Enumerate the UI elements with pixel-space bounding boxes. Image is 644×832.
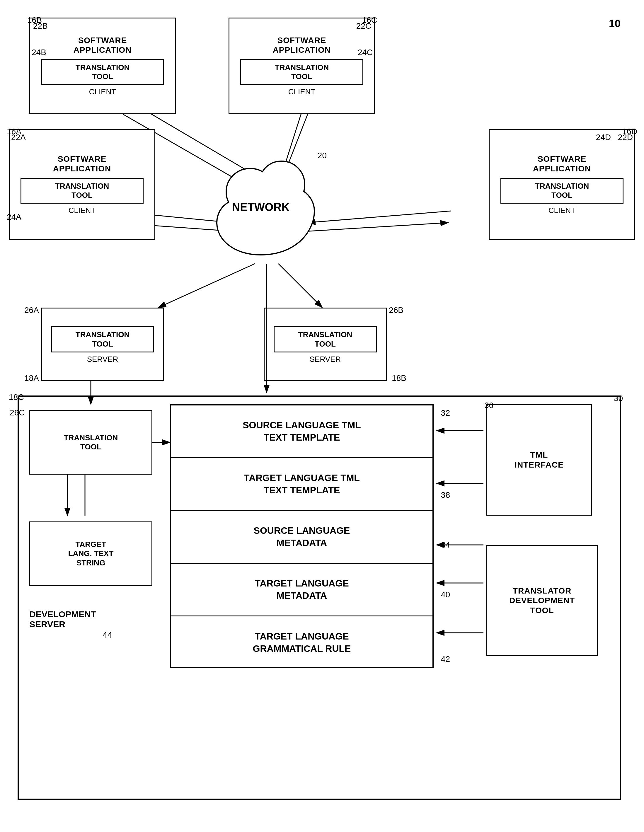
dev-translation-tool: 26C TRANSLATIONTOOL bbox=[29, 410, 152, 475]
main-content-box: SOURCE LANGUAGE TMLTEXT TEMPLATE 32 TARG… bbox=[170, 404, 434, 668]
ref-24c: 24C bbox=[358, 48, 373, 57]
ref-22a: 22A bbox=[11, 133, 26, 142]
row-target-tml: TARGET LANGUAGE TMLTEXT TEMPLATE bbox=[171, 458, 433, 511]
row-target-tml-label: TARGET LANGUAGE TMLTEXT TEMPLATE bbox=[244, 472, 360, 496]
row-target-grammatical: TARGET LANGUAGEGRAMMATICAL RULE bbox=[171, 616, 433, 669]
tml-interface: 36 TMLINTERFACE bbox=[486, 404, 592, 515]
tml-arrows bbox=[434, 404, 486, 522]
row-source-metadata: SOURCE LANGUAGEMETADATA bbox=[171, 511, 433, 564]
row-source-tml-label: SOURCE LANGUAGE TMLTEXT TEMPLATE bbox=[243, 419, 361, 443]
ref-26a: 26A bbox=[24, 306, 39, 315]
ref-26c: 26C bbox=[10, 408, 25, 418]
server-right-inner: TRANSLATIONTOOL bbox=[274, 326, 377, 352]
client-tr-app-label: SOFTWAREAPPLICATION bbox=[273, 35, 331, 55]
client-ml-tool-label: TRANSLATIONTOOL bbox=[24, 182, 140, 200]
server-right-label: SERVER bbox=[310, 355, 341, 364]
client-tr-label: CLIENT bbox=[288, 87, 315, 96]
client-ml-app-label: SOFTWAREAPPLICATION bbox=[53, 154, 111, 174]
dev-tool-label: TRANSLATIONTOOL bbox=[64, 433, 118, 451]
server-right: 26B 18B TRANSLATIONTOOL SERVER bbox=[264, 307, 387, 381]
client-ml-inner: TRANSLATIONTOOL bbox=[21, 178, 144, 203]
cloud-svg: NETWORK bbox=[199, 155, 322, 267]
row-target-metadata: TARGET LANGUAGEMETADATA bbox=[171, 564, 433, 616]
ref-24d: 24D bbox=[596, 133, 611, 142]
client-mr-inner: TRANSLATIONTOOL bbox=[500, 178, 623, 203]
server-left-inner: TRANSLATIONTOOL bbox=[51, 326, 154, 352]
client-mr-label: CLIENT bbox=[548, 206, 575, 215]
translator-dev-tool: TRANSLATORDEVELOPMENTTOOL bbox=[486, 545, 598, 656]
target-lang-text-string: TARGETLANG. TEXTSTRING bbox=[29, 522, 152, 586]
ref-24b: 24B bbox=[32, 48, 46, 57]
row-source-tml: SOURCE LANGUAGE TMLTEXT TEMPLATE bbox=[171, 405, 433, 458]
ref-22b: 22B bbox=[33, 21, 48, 31]
ref-18a: 18A bbox=[24, 373, 39, 383]
ref-24a: 24A bbox=[7, 213, 21, 222]
svg-text:NETWORK: NETWORK bbox=[232, 201, 290, 213]
ref-20: 20 bbox=[317, 151, 327, 160]
ref-22d: 22D bbox=[618, 133, 633, 142]
server-left-to-dev bbox=[82, 381, 99, 410]
client-mr-tool-label: TRANSLATIONTOOL bbox=[504, 182, 620, 200]
client-tl-label: CLIENT bbox=[89, 87, 116, 96]
client-top-right: 16C 22C 24C SOFTWAREAPPLICATION TRANSLAT… bbox=[229, 18, 375, 114]
client-tl-app-label: SOFTWAREAPPLICATION bbox=[74, 35, 132, 55]
client-top-left: 16B 22B 24B SOFTWAREAPPLICATION TRANSLAT… bbox=[29, 18, 176, 114]
client-mid-right: 16D 22D 24D SOFTWAREAPPLICATION TRANSLAT… bbox=[489, 129, 635, 240]
network-cloud: NETWORK 20 bbox=[199, 155, 322, 267]
fig-number: 10 bbox=[609, 18, 620, 30]
client-tr-inner: TRANSLATIONTOOL bbox=[240, 59, 363, 85]
tool-to-mainbox bbox=[152, 434, 173, 451]
arrow-tool-to-target bbox=[59, 475, 76, 522]
client-mid-left: 16A 22A 24A SOFTWAREAPPLICATION TRANSLAT… bbox=[9, 129, 155, 240]
ref-30: 30 bbox=[614, 394, 623, 403]
diagram: 10 16B 22B 24B SOFTWAREAPPLICATION TRANS… bbox=[0, 0, 644, 832]
client-mr-app-label: SOFTWAREAPPLICATION bbox=[533, 154, 591, 174]
row-target-metadata-label: TARGET LANGUAGEMETADATA bbox=[255, 578, 349, 602]
ref-26b: 26B bbox=[389, 306, 404, 315]
ref-44: 44 bbox=[103, 630, 112, 640]
server-right-tool-label: TRANSLATIONTOOL bbox=[277, 330, 373, 348]
svg-line-7 bbox=[305, 222, 448, 232]
server-left: 26A 18A TRANSLATIONTOOL SERVER bbox=[41, 307, 164, 381]
ref-22c: 22C bbox=[356, 21, 371, 31]
tml-interface-label: TMLINTERFACE bbox=[514, 450, 564, 470]
client-tl-inner: TRANSLATIONTOOL bbox=[41, 59, 164, 85]
svg-line-9 bbox=[278, 264, 322, 307]
arrow-target-to-tool bbox=[76, 475, 94, 522]
row-source-metadata-label: SOURCE LANGUAGEMETADATA bbox=[254, 525, 350, 549]
server-left-tool-label: TRANSLATIONTOOL bbox=[55, 330, 150, 348]
ref-18b: 18B bbox=[392, 373, 406, 383]
client-tr-tool-label: TRANSLATIONTOOL bbox=[244, 63, 359, 81]
server-left-label: SERVER bbox=[87, 355, 118, 364]
dev-server-label: DEVELOPMENTSERVER bbox=[29, 610, 96, 629]
svg-line-8 bbox=[158, 264, 255, 307]
client-ml-label: CLIENT bbox=[69, 206, 96, 215]
network-to-devserver bbox=[255, 264, 278, 398]
translator-dev-tool-label: TRANSLATORDEVELOPMENTTOOL bbox=[509, 586, 575, 616]
ref-18c: 18C bbox=[9, 392, 24, 402]
svg-line-6 bbox=[308, 211, 451, 222]
dev-tool-arrows bbox=[434, 510, 486, 662]
client-tl-tool-label: TRANSLATIONTOOL bbox=[45, 63, 160, 81]
row-target-grammatical-label: TARGET LANGUAGEGRAMMATICAL RULE bbox=[253, 630, 351, 655]
target-lang-label: TARGETLANG. TEXTSTRING bbox=[68, 540, 114, 568]
